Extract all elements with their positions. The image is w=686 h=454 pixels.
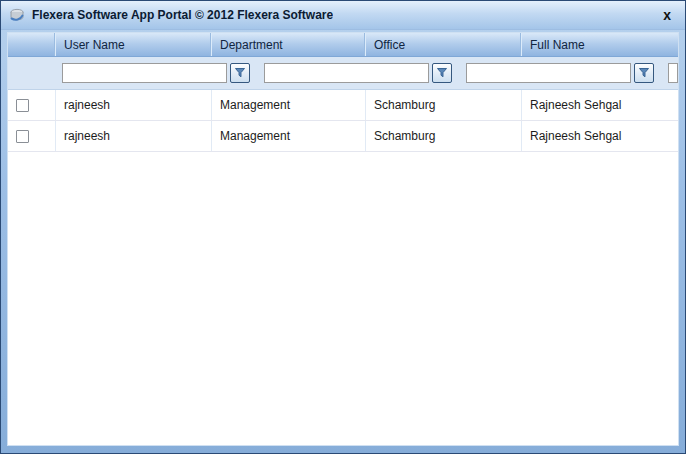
filter-cell-full-name xyxy=(662,57,678,89)
row-checkbox[interactable] xyxy=(16,99,29,112)
filter-cell-department xyxy=(258,57,460,89)
office-cell: Schamburg xyxy=(366,121,522,151)
grid-header-row: User Name Department Office Full Name xyxy=(8,33,678,57)
full-name-cell: Rajneesh Sehgal xyxy=(522,90,678,120)
department-filter-button[interactable] xyxy=(432,63,452,83)
content-panel: User Name Department Office Full Name xyxy=(7,32,679,446)
funnel-icon xyxy=(234,67,246,79)
full-name-cell: Rajneesh Sehgal xyxy=(522,121,678,151)
column-header-department[interactable]: Department xyxy=(212,33,366,56)
app-portal-icon xyxy=(9,7,25,23)
funnel-icon xyxy=(436,67,448,79)
grid-filter-row xyxy=(8,57,678,90)
user-name-filter-input[interactable] xyxy=(62,63,227,83)
row-checkbox[interactable] xyxy=(16,130,29,143)
full-name-filter-input[interactable] xyxy=(668,63,678,83)
office-filter-button[interactable] xyxy=(634,63,654,83)
table-row[interactable]: rajneesh Management Schamburg Rajneesh S… xyxy=(8,90,678,121)
dialog-window: Flexera Software App Portal © 2012 Flexe… xyxy=(0,0,686,454)
filter-cell-office xyxy=(460,57,662,89)
table-row[interactable]: rajneesh Management Schamburg Rajneesh S… xyxy=(8,121,678,152)
user-name-filter-button[interactable] xyxy=(230,63,250,83)
office-cell: Schamburg xyxy=(366,90,522,120)
filter-cell-select xyxy=(8,57,56,89)
column-header-full-name[interactable]: Full Name xyxy=(522,33,678,56)
users-grid: User Name Department Office Full Name xyxy=(8,33,678,445)
title-bar: Flexera Software App Portal © 2012 Flexe… xyxy=(1,1,685,30)
user-name-cell: rajneesh xyxy=(56,121,212,151)
window-title: Flexera Software App Portal © 2012 Flexe… xyxy=(32,8,333,22)
grid-empty-area xyxy=(8,152,678,445)
department-cell: Management xyxy=(212,121,366,151)
row-select-cell xyxy=(8,90,56,120)
filter-cell-user-name xyxy=(56,57,258,89)
row-select-cell xyxy=(8,121,56,151)
user-name-cell: rajneesh xyxy=(56,90,212,120)
department-cell: Management xyxy=(212,90,366,120)
funnel-icon xyxy=(638,67,650,79)
column-header-office[interactable]: Office xyxy=(366,33,522,56)
close-button[interactable]: x xyxy=(661,8,673,22)
office-filter-input[interactable] xyxy=(466,63,631,83)
department-filter-input[interactable] xyxy=(264,63,429,83)
column-header-user-name[interactable]: User Name xyxy=(56,33,212,56)
window-frame: User Name Department Office Full Name xyxy=(1,30,685,453)
column-header-select[interactable] xyxy=(8,33,56,56)
